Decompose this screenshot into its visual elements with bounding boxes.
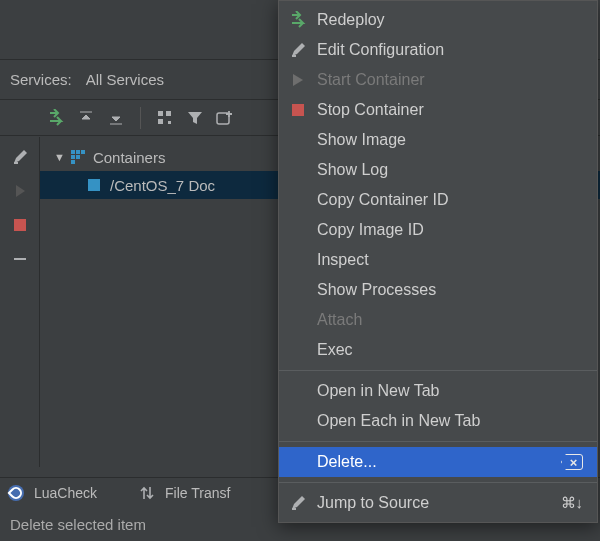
redeploy-icon [289,11,307,29]
collapse-icon[interactable] [76,108,96,128]
svg-rect-3 [168,121,171,124]
menu-item-label: Inspect [317,251,583,269]
add-tab-icon[interactable] [215,108,235,128]
menu-start: Start Container [279,65,597,95]
blank-icon [289,131,307,149]
svg-rect-11 [71,160,75,164]
menu-item-label: Exec [317,341,583,359]
menu-item-label: Show Processes [317,281,583,299]
blank-icon [289,251,307,269]
containers-icon [71,150,85,164]
menu-item-label: Edit Configuration [317,41,583,59]
blank-icon [289,221,307,239]
filter-icon[interactable] [185,108,205,128]
backspace-icon [561,454,583,470]
menu-open-each[interactable]: Open Each in New Tab [279,406,597,436]
menu-item-label: Attach [317,311,583,329]
tree-node-label: Containers [93,149,166,166]
menu-copy-iid[interactable]: Copy Image ID [279,215,597,245]
pencil-icon [289,494,307,512]
tree-item-label: /CentOS_7 Doc [110,177,215,194]
status-file-transfer[interactable]: File Transf [165,485,230,501]
services-filter[interactable]: All Services [86,71,164,88]
svg-rect-10 [76,155,80,159]
menu-attach: Attach [279,305,597,335]
expand-toggle-icon[interactable]: ▼ [54,151,65,163]
status-luacheck[interactable]: LuaCheck [34,485,97,501]
menu-item-label: Redeploy [317,11,583,29]
svg-rect-6 [71,150,75,154]
menu-show-log[interactable]: Show Log [279,155,597,185]
menu-stop[interactable]: Stop Container [279,95,597,125]
luacheck-icon[interactable] [8,485,24,501]
menu-edit-config[interactable]: Edit Configuration [279,35,597,65]
menu-inspect[interactable]: Inspect [279,245,597,275]
menu-redeploy[interactable]: Redeploy [279,5,597,35]
menu-show-image[interactable]: Show Image [279,125,597,155]
svg-rect-7 [76,150,80,154]
menu-show-proc[interactable]: Show Processes [279,275,597,305]
minus-icon[interactable] [10,249,30,269]
svg-rect-2 [158,119,163,124]
menu-item-label: Open Each in New Tab [317,412,583,430]
menu-jump[interactable]: Jump to Source⌘↓ [279,488,597,518]
pencil-icon[interactable] [10,147,30,167]
menu-delete[interactable]: Delete... [279,447,597,477]
blank-icon [289,382,307,400]
blank-icon [289,412,307,430]
menu-item-label: Show Log [317,161,583,179]
menu-item-label: Delete... [317,453,551,471]
expand-icon[interactable] [106,108,126,128]
pencil-icon [289,41,307,59]
menu-copy-cid[interactable]: Copy Container ID [279,185,597,215]
services-label: Services: [10,71,72,88]
menu-item-label: Jump to Source [317,494,551,512]
menu-item-label: Open in New Tab [317,382,583,400]
grid-icon[interactable] [155,108,175,128]
stop-icon[interactable] [10,215,30,235]
hint-text: Delete selected item [10,516,146,533]
shortcut-text: ⌘↓ [561,494,584,512]
menu-item-label: Copy Container ID [317,191,583,209]
svg-rect-5 [14,258,26,260]
svg-rect-0 [158,111,163,116]
stop-icon [289,101,307,119]
redeploy-icon[interactable] [46,108,66,128]
menu-item-label: Show Image [317,131,583,149]
play-icon[interactable] [10,181,30,201]
svg-rect-1 [166,111,171,116]
svg-rect-8 [81,150,85,154]
blank-icon [289,311,307,329]
blank-icon [289,453,307,471]
menu-open-tab[interactable]: Open in New Tab [279,376,597,406]
menu-item-label: Stop Container [317,101,583,119]
transfer-icon[interactable] [139,485,155,501]
menu-item-label: Start Container [317,71,583,89]
menu-exec[interactable]: Exec [279,335,597,365]
play-icon [289,71,307,89]
context-menu: RedeployEdit ConfigurationStart Containe… [278,0,598,523]
menu-item-label: Copy Image ID [317,221,583,239]
blank-icon [289,281,307,299]
blank-icon [289,341,307,359]
svg-rect-9 [71,155,75,159]
blank-icon [289,191,307,209]
blank-icon [289,161,307,179]
container-icon [88,179,100,191]
